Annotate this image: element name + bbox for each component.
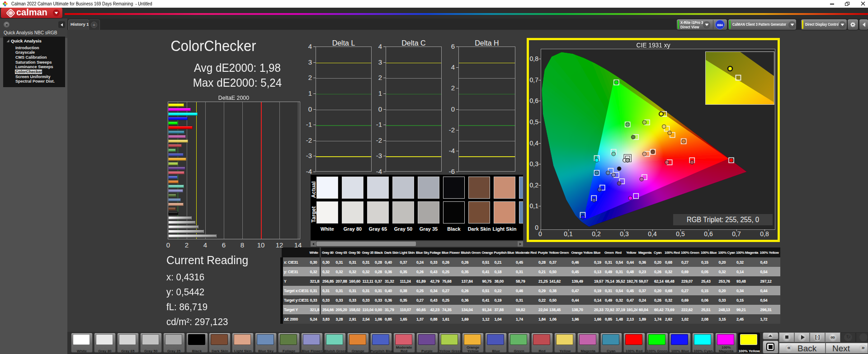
svg-text:RGB Triplet: 255, 255, 0: RGB Triplet: 255, 255, 0 (687, 215, 759, 224)
